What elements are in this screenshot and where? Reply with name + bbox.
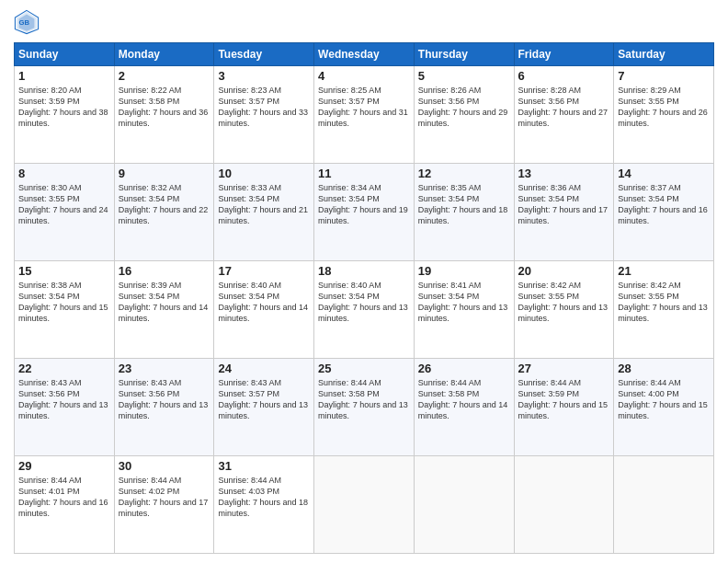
- col-wednesday: Wednesday: [314, 43, 415, 66]
- day-number: 19: [418, 264, 510, 278]
- day-number: 17: [218, 264, 310, 278]
- day-cell-31: 31 Sunrise: 8:44 AMSunset: 4:03 PMDaylig…: [214, 456, 314, 554]
- calendar-row-5: 29 Sunrise: 8:44 AMSunset: 4:01 PMDaylig…: [15, 456, 714, 554]
- day-cell-20: 20 Sunrise: 8:42 AMSunset: 3:55 PMDaylig…: [514, 261, 614, 359]
- day-info: Sunrise: 8:22 AMSunset: 3:58 PMDaylight:…: [119, 86, 209, 128]
- day-info: Sunrise: 8:42 AMSunset: 3:55 PMDaylight:…: [618, 281, 708, 323]
- day-cell-18: 18 Sunrise: 8:40 AMSunset: 3:54 PMDaylig…: [314, 261, 415, 359]
- day-info: Sunrise: 8:35 AMSunset: 3:54 PMDaylight:…: [418, 183, 508, 225]
- day-info: Sunrise: 8:37 AMSunset: 3:54 PMDaylight:…: [618, 183, 708, 225]
- day-cell-29: 29 Sunrise: 8:44 AMSunset: 4:01 PMDaylig…: [15, 456, 115, 554]
- day-number: 1: [18, 69, 110, 83]
- day-cell-10: 10 Sunrise: 8:33 AMSunset: 3:54 PMDaylig…: [214, 164, 314, 261]
- day-number: 7: [618, 69, 710, 83]
- day-cell-12: 12 Sunrise: 8:35 AMSunset: 3:54 PMDaylig…: [414, 164, 514, 261]
- col-saturday: Saturday: [614, 43, 714, 66]
- day-number: 2: [119, 69, 210, 83]
- day-number: 24: [218, 362, 310, 375]
- empty-cell: [414, 456, 514, 554]
- day-number: 27: [518, 362, 610, 375]
- day-info: Sunrise: 8:44 AMSunset: 3:59 PMDaylight:…: [518, 378, 609, 420]
- day-cell-27: 27 Sunrise: 8:44 AMSunset: 3:59 PMDaylig…: [514, 359, 614, 456]
- day-cell-23: 23 Sunrise: 8:43 AMSunset: 3:56 PMDaylig…: [114, 359, 214, 456]
- day-number: 5: [418, 69, 510, 83]
- day-number: 6: [518, 69, 610, 83]
- day-number: 18: [318, 264, 410, 278]
- day-number: 30: [119, 459, 210, 473]
- day-info: Sunrise: 8:23 AMSunset: 3:57 PMDaylight:…: [218, 86, 308, 128]
- day-info: Sunrise: 8:43 AMSunset: 3:56 PMDaylight:…: [18, 378, 108, 420]
- calendar-row-4: 22 Sunrise: 8:43 AMSunset: 3:56 PMDaylig…: [15, 359, 714, 456]
- day-info: Sunrise: 8:40 AMSunset: 3:54 PMDaylight:…: [318, 281, 408, 323]
- day-info: Sunrise: 8:36 AMSunset: 3:54 PMDaylight:…: [518, 183, 609, 225]
- calendar-row-2: 8 Sunrise: 8:30 AMSunset: 3:55 PMDayligh…: [15, 164, 714, 261]
- day-number: 23: [119, 362, 210, 375]
- day-cell-28: 28 Sunrise: 8:44 AMSunset: 4:00 PMDaylig…: [614, 359, 714, 456]
- day-info: Sunrise: 8:20 AMSunset: 3:59 PMDaylight:…: [18, 86, 108, 128]
- day-cell-14: 14 Sunrise: 8:37 AMSunset: 3:54 PMDaylig…: [614, 164, 714, 261]
- day-number: 29: [18, 459, 110, 473]
- day-info: Sunrise: 8:41 AMSunset: 3:54 PMDaylight:…: [418, 281, 508, 323]
- day-info: Sunrise: 8:25 AMSunset: 3:57 PMDaylight:…: [318, 86, 408, 128]
- empty-cell: [314, 456, 415, 554]
- col-thursday: Thursday: [414, 43, 514, 66]
- day-cell-25: 25 Sunrise: 8:44 AMSunset: 3:58 PMDaylig…: [314, 359, 415, 456]
- calendar-header-row: Sunday Monday Tuesday Wednesday Thursday…: [15, 43, 714, 66]
- day-number: 13: [518, 167, 610, 180]
- day-number: 10: [218, 167, 310, 180]
- empty-cell: [614, 456, 714, 554]
- day-cell-22: 22 Sunrise: 8:43 AMSunset: 3:56 PMDaylig…: [15, 359, 115, 456]
- day-info: Sunrise: 8:44 AMSunset: 4:03 PMDaylight:…: [218, 476, 308, 518]
- day-cell-7: 7 Sunrise: 8:29 AMSunset: 3:55 PMDayligh…: [614, 66, 714, 164]
- day-number: 31: [218, 459, 310, 473]
- day-number: 20: [518, 264, 610, 278]
- empty-cell: [514, 456, 614, 554]
- day-number: 28: [618, 362, 710, 375]
- day-info: Sunrise: 8:42 AMSunset: 3:55 PMDaylight:…: [518, 281, 609, 323]
- day-cell-16: 16 Sunrise: 8:39 AMSunset: 3:54 PMDaylig…: [114, 261, 214, 359]
- day-info: Sunrise: 8:28 AMSunset: 3:56 PMDaylight:…: [518, 86, 609, 128]
- day-cell-4: 4 Sunrise: 8:25 AMSunset: 3:57 PMDayligh…: [314, 66, 415, 164]
- header: GB: [14, 9, 714, 35]
- day-number: 26: [418, 362, 510, 375]
- day-cell-3: 3 Sunrise: 8:23 AMSunset: 3:57 PMDayligh…: [214, 66, 314, 164]
- day-cell-19: 19 Sunrise: 8:41 AMSunset: 3:54 PMDaylig…: [414, 261, 514, 359]
- day-number: 9: [119, 167, 210, 180]
- day-cell-26: 26 Sunrise: 8:44 AMSunset: 3:58 PMDaylig…: [414, 359, 514, 456]
- day-cell-8: 8 Sunrise: 8:30 AMSunset: 3:55 PMDayligh…: [15, 164, 115, 261]
- day-number: 12: [418, 167, 510, 180]
- day-number: 22: [18, 362, 110, 375]
- day-info: Sunrise: 8:43 AMSunset: 3:57 PMDaylight:…: [218, 378, 308, 420]
- day-info: Sunrise: 8:29 AMSunset: 3:55 PMDaylight:…: [618, 86, 708, 128]
- day-number: 11: [318, 167, 410, 180]
- day-number: 15: [18, 264, 110, 278]
- day-info: Sunrise: 8:44 AMSunset: 4:00 PMDaylight:…: [618, 378, 708, 420]
- day-info: Sunrise: 8:38 AMSunset: 3:54 PMDaylight:…: [18, 281, 108, 323]
- calendar-row-1: 1 Sunrise: 8:20 AMSunset: 3:59 PMDayligh…: [15, 66, 714, 164]
- calendar-row-3: 15 Sunrise: 8:38 AMSunset: 3:54 PMDaylig…: [15, 261, 714, 359]
- page: GB Sunday Monday Tuesday Wednesday Thurs…: [0, 0, 728, 563]
- day-cell-30: 30 Sunrise: 8:44 AMSunset: 4:02 PMDaylig…: [114, 456, 214, 554]
- day-number: 8: [18, 167, 110, 180]
- day-cell-17: 17 Sunrise: 8:40 AMSunset: 3:54 PMDaylig…: [214, 261, 314, 359]
- col-tuesday: Tuesday: [214, 43, 314, 66]
- day-number: 21: [618, 264, 710, 278]
- col-friday: Friday: [514, 43, 614, 66]
- day-cell-13: 13 Sunrise: 8:36 AMSunset: 3:54 PMDaylig…: [514, 164, 614, 261]
- day-info: Sunrise: 8:44 AMSunset: 4:02 PMDaylight:…: [119, 476, 209, 518]
- day-info: Sunrise: 8:26 AMSunset: 3:56 PMDaylight:…: [418, 86, 508, 128]
- day-cell-15: 15 Sunrise: 8:38 AMSunset: 3:54 PMDaylig…: [15, 261, 115, 359]
- day-number: 14: [618, 167, 710, 180]
- day-info: Sunrise: 8:40 AMSunset: 3:54 PMDaylight:…: [218, 281, 308, 323]
- day-number: 25: [318, 362, 410, 375]
- logo: GB: [14, 9, 43, 35]
- day-cell-5: 5 Sunrise: 8:26 AMSunset: 3:56 PMDayligh…: [414, 66, 514, 164]
- col-monday: Monday: [114, 43, 214, 66]
- day-info: Sunrise: 8:43 AMSunset: 3:56 PMDaylight:…: [119, 378, 209, 420]
- day-info: Sunrise: 8:44 AMSunset: 3:58 PMDaylight:…: [318, 378, 408, 420]
- day-cell-1: 1 Sunrise: 8:20 AMSunset: 3:59 PMDayligh…: [15, 66, 115, 164]
- day-number: 3: [218, 69, 310, 83]
- day-cell-6: 6 Sunrise: 8:28 AMSunset: 3:56 PMDayligh…: [514, 66, 614, 164]
- day-info: Sunrise: 8:32 AMSunset: 3:54 PMDaylight:…: [119, 183, 209, 225]
- day-info: Sunrise: 8:33 AMSunset: 3:54 PMDaylight:…: [218, 183, 308, 225]
